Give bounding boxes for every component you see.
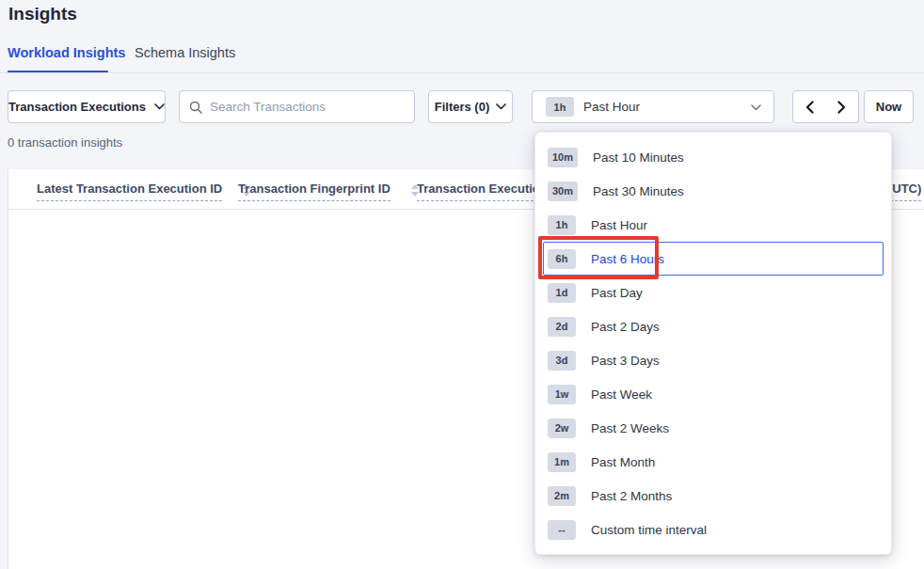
dropdown-item-past-day[interactable]: 1d Past Day (543, 276, 884, 309)
time-interval-label: Past Hour (583, 100, 640, 114)
chevron-down-icon (154, 103, 165, 110)
workload-type-select[interactable]: Transaction Executions (8, 90, 166, 123)
tab-workload-insights[interactable]: Workload Insights (8, 45, 125, 60)
chevron-right-icon (837, 101, 846, 114)
search-input[interactable] (210, 100, 405, 114)
prev-interval-button[interactable] (792, 90, 826, 123)
tab-schema-insights[interactable]: Schema Insights (135, 45, 235, 60)
time-interval-dropdown: 10m Past 10 Minutes 30m Past 30 Minutes … (534, 132, 892, 555)
search-box[interactable] (179, 90, 415, 123)
column-header-latest-transaction-execution-id[interactable]: Latest Transaction Execution ID (37, 182, 250, 201)
chevron-left-icon (805, 101, 814, 114)
next-interval-button[interactable] (825, 90, 859, 123)
dropdown-item-past-6-hours[interactable]: 6h Past 6 Hours (543, 242, 884, 276)
tabbar-divider (0, 72, 924, 73)
dropdown-item-past-hour[interactable]: 1h Past Hour (543, 208, 884, 242)
dropdown-item-past-week[interactable]: 1w Past Week (543, 377, 884, 411)
filters-button[interactable]: Filters (0) (428, 90, 513, 123)
dropdown-item-past-month[interactable]: 1m Past Month (543, 445, 884, 479)
dropdown-item-past-2-months[interactable]: 2m Past 2 Months (543, 479, 884, 513)
page-title: Insights (8, 4, 77, 24)
time-interval-badge: 1h (546, 97, 574, 117)
filters-label: Filters (0) (435, 100, 490, 114)
chevron-down-icon (496, 103, 506, 110)
time-interval-select[interactable]: 1h Past Hour (532, 90, 774, 123)
workload-type-label: Transaction Executions (8, 100, 146, 114)
column-header-transaction-fingerprint-id[interactable]: Transaction Fingerprint ID (238, 182, 419, 201)
now-button[interactable]: Now (864, 90, 914, 123)
chevron-down-icon (751, 104, 761, 111)
results-count: 0 transaction insights (8, 135, 122, 150)
dropdown-item-past-2-days[interactable]: 2d Past 2 Days (543, 309, 884, 343)
search-icon (189, 101, 202, 114)
insights-page: Insights Workload Insights Schema Insigh… (0, 0, 924, 569)
dropdown-item-past-2-weeks[interactable]: 2w Past 2 Weeks (543, 411, 884, 445)
dropdown-item-past-10-minutes[interactable]: 10m Past 10 Minutes (543, 140, 884, 174)
dropdown-item-past-3-days[interactable]: 3d Past 3 Days (543, 343, 884, 377)
dropdown-item-past-30-minutes[interactable]: 30m Past 30 Minutes (543, 174, 884, 208)
dropdown-item-custom-time-interval[interactable]: -- Custom time interval (543, 513, 884, 546)
